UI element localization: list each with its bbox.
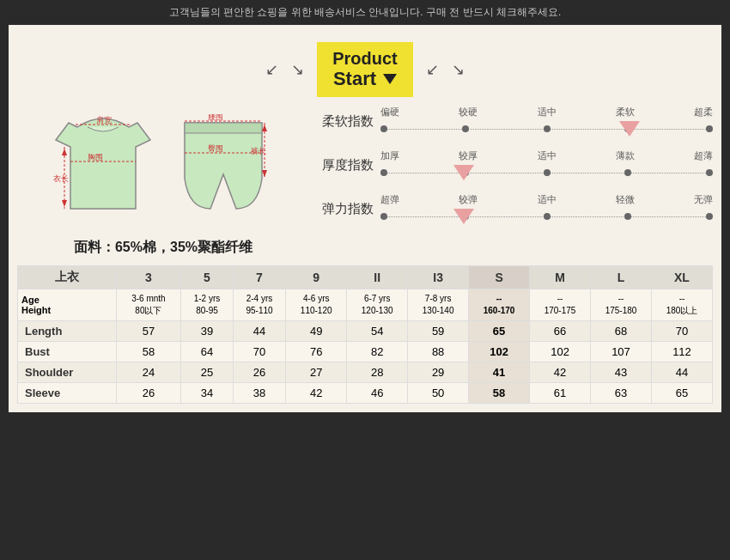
table-row-shoulder: Shoulder 24 25 26 27 28 29 41 42 43 44 [18,362,713,383]
elasticity-scale: 超弹 较弹 适中 轻微 无弹 [380,193,713,225]
cell-age-XL: --180以上 [651,289,712,321]
cell-age-5: 1-2 yrs80-95 [181,289,234,321]
cell-age-M: --170-175 [530,289,591,321]
cell-bust-7: 70 [233,342,285,362]
svg-text:臀围: 臀围 [208,144,223,153]
triangle-down-icon [383,74,397,84]
cell-shoulder-7: 26 [233,362,285,383]
cell-shoulder-3: 24 [116,362,181,383]
softness-label: 柔软指数 [318,113,374,130]
col-header-7: 7 [233,266,285,289]
shorts-diagram: 腰围 裤长 臀围 [172,114,275,226]
col-header-I3: I3 [408,266,469,289]
svg-marker-8 [62,200,67,207]
table-row-sleeve: Sleeve 26 34 38 42 46 50 58 61 63 65 [18,383,713,404]
col-header-L: L [591,266,652,289]
cell-bust-9: 76 [286,342,347,362]
col-header-S: S [469,266,530,289]
garment-diagram: 肩宽 胸围 衣长 [17,106,309,234]
top-bar-text: 고객님들의 편안한 쇼핑을 위한 배송서비스 안내입니다. 구매 전 반드시 체… [169,6,562,18]
cell-shoulder-II: 28 [347,362,408,383]
fabric-text: 面料：65%棉，35%聚酯纤维 [17,239,309,257]
cell-bust-M: 102 [530,342,591,362]
table-row-age-height: AgeHeight 3-6 mnth80以下 1-2 yrs80-95 2-4 … [18,289,713,321]
tshirt-diagram: 肩宽 胸围 衣长 [52,114,155,226]
col-header-3: 3 [116,266,181,289]
col-header-9: 9 [286,266,347,289]
cell-shoulder-XL: 44 [651,362,712,383]
cell-length-M: 66 [530,321,591,342]
right-section: 柔软指数 偏硬 较硬 适中 柔软 超柔 [318,106,713,257]
cell-bust-I3: 88 [408,342,469,362]
thickness-marker [453,165,474,180]
cell-shoulder-S: 41 [469,362,530,383]
cell-bust-L: 107 [591,342,652,362]
row-label-age-height: AgeHeight [18,289,117,321]
arrows-left: ↙ ↘ [265,60,304,79]
cell-age-3: 3-6 mnth80以下 [116,289,181,321]
product-start-section: ↙ ↘ Product Start ↙ ↘ [17,33,713,101]
cell-length-3: 57 [116,321,181,342]
svg-rect-9 [185,123,262,133]
svg-text:裤长: 裤长 [251,147,266,155]
cell-sleeve-XL: 65 [651,383,712,404]
col-header-II: II [347,266,408,289]
cell-age-I3: 7-8 yrs130-140 [408,289,469,321]
size-table: 上衣 3 5 7 9 II I3 S M L XL AgeHeight 3-6 … [17,265,713,404]
cell-length-L: 68 [591,321,652,342]
top-bar: 고객님들의 편안한 쇼핑을 위한 배송서비스 안내입니다. 구매 전 반드시 체… [0,0,730,25]
cell-age-9: 4-6 yrs110-120 [286,289,347,321]
cell-length-I3: 59 [408,321,469,342]
softness-indicator-row: 柔软指数 偏硬 较硬 适中 柔软 超柔 [318,106,713,137]
cell-shoulder-L: 43 [591,362,652,383]
svg-marker-14 [262,125,267,131]
row-label-shoulder: Shoulder [18,362,117,383]
row-label-sleeve: Sleeve [18,383,117,404]
cell-length-9: 49 [286,321,347,342]
cell-length-II: 54 [347,321,408,342]
product-start-inner: ↙ ↘ Product Start ↙ ↘ [265,42,465,97]
cell-bust-3: 58 [116,342,181,362]
cell-bust-XL: 112 [651,342,712,362]
cell-sleeve-II: 46 [347,383,408,404]
row-label-bust: Bust [18,342,117,362]
svg-marker-7 [62,149,67,155]
row-label-length: Length [18,321,117,342]
start-label: Start [333,68,397,90]
cell-shoulder-I3: 29 [408,362,469,383]
col-header-5: 5 [181,266,234,289]
elasticity-marker [453,209,474,224]
arrows-right: ↙ ↘ [426,60,465,79]
cell-sleeve-L: 63 [591,383,652,404]
cell-age-L: --175-180 [591,289,652,321]
cell-age-S: --160-170 [469,289,530,321]
cell-sleeve-7: 38 [233,383,285,404]
elasticity-label: 弹力指数 [318,201,374,217]
cell-shoulder-M: 42 [530,362,591,383]
col-header-XL: XL [651,266,712,289]
product-start-badge: Product Start [317,42,413,97]
thickness-label: 厚度指数 [318,157,374,173]
cell-sleeve-3: 26 [116,383,181,404]
svg-text:腰围: 腰围 [208,114,223,121]
softness-marker [619,121,640,137]
content-area: 肩宽 胸围 衣长 [17,101,713,261]
cell-length-XL: 70 [651,321,712,342]
cell-sleeve-5: 34 [181,383,234,404]
col-header-M: M [530,266,591,289]
softness-scale: 偏硬 较硬 适中 柔软 超柔 [380,106,713,137]
cell-sleeve-9: 42 [286,383,347,404]
left-section: 肩宽 胸围 衣长 [17,106,309,257]
main-container: ↙ ↘ Product Start ↙ ↘ [9,25,721,412]
cell-length-S: 65 [469,321,530,342]
cell-age-7: 2-4 yrs95-110 [233,289,285,321]
cell-bust-S: 102 [469,342,530,362]
table-row-bust: Bust 58 64 70 76 82 88 102 102 107 112 [18,342,713,362]
svg-text:衣长: 衣长 [53,174,69,183]
cell-shoulder-9: 27 [286,362,347,383]
cell-bust-5: 64 [181,342,234,362]
svg-text:肩宽: 肩宽 [96,116,112,125]
svg-text:胸围: 胸围 [88,153,103,161]
col-header-label: 上衣 [18,266,117,289]
thickness-indicator-row: 厚度指数 加厚 较厚 适中 薄款 超薄 [318,149,713,181]
